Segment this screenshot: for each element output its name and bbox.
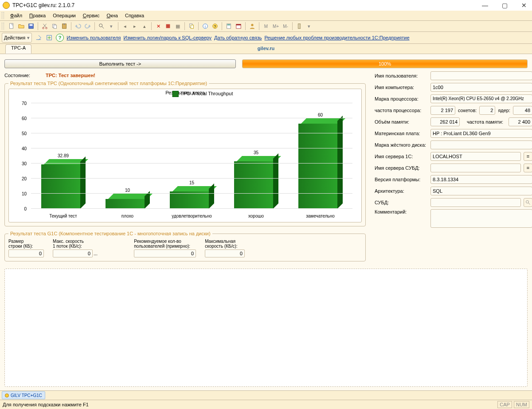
menu-item-4[interactable]: Окна xyxy=(104,12,121,19)
menubar: ФайлПравкаОперацииСервисОкнаСправка xyxy=(0,11,532,21)
svg-point-21 xyxy=(251,24,253,26)
ram-field[interactable]: 262 014 xyxy=(430,117,460,126)
arch-field[interactable]: SQL xyxy=(430,187,532,195)
svg-rect-6 xyxy=(54,25,56,28)
save-icon[interactable] xyxy=(27,22,35,30)
user-icon[interactable] xyxy=(248,22,256,30)
undo-icon[interactable] xyxy=(74,22,82,30)
motherboard-field[interactable]: HP : ProLiant DL360 Gen9 xyxy=(430,129,532,138)
svg-rect-18 xyxy=(227,24,231,26)
find-icon[interactable] xyxy=(98,22,106,30)
window-title: TPC+G1C gilev.ru: 2.1.0.7 xyxy=(12,2,480,8)
maximize-button[interactable]: ▢ xyxy=(499,0,510,10)
tool2-icon[interactable]: ▾ xyxy=(107,22,115,30)
menu-item-2[interactable]: Операции xyxy=(50,12,78,19)
action-icon-2[interactable] xyxy=(45,34,53,42)
close-button[interactable]: ✕ xyxy=(519,0,529,10)
cores-field[interactable]: 48 xyxy=(513,106,532,115)
actions-dropdown[interactable]: Действия▾ xyxy=(2,33,32,43)
svg-rect-2 xyxy=(30,24,33,26)
statusbar: Для получения подсказки нажмите F1 CAP N… xyxy=(0,400,532,409)
tab-tpc-a[interactable]: TPC-A xyxy=(5,44,31,54)
serverdb-eq-button[interactable]: = xyxy=(524,164,532,172)
hdd-field[interactable] xyxy=(430,140,532,149)
paste-icon[interactable] xyxy=(60,22,68,30)
svg-rect-12 xyxy=(191,25,193,28)
taskbar: GILV TPC+G1C xyxy=(0,390,532,400)
action-link-0[interactable]: Изменить пользователя xyxy=(66,35,121,40)
g1c-value-0: 0 xyxy=(8,249,44,257)
calc-icon[interactable] xyxy=(225,22,233,30)
link-right-icon[interactable]: ▸ xyxy=(131,22,139,30)
server1c-eq-button[interactable]: = xyxy=(524,152,532,161)
new-doc-icon[interactable] xyxy=(8,22,16,30)
menu-item-5[interactable]: Справка xyxy=(122,12,147,19)
cap-indicator: CAP xyxy=(497,401,512,408)
platver-field[interactable]: 8.3.18.1334 xyxy=(430,175,532,184)
copy-doc-icon[interactable] xyxy=(188,22,196,30)
m-icon[interactable]: M xyxy=(262,22,270,30)
mplus-icon[interactable]: M+ xyxy=(272,22,280,30)
run-test-button[interactable]: Выполнить тест -> xyxy=(4,59,236,68)
comment-field[interactable] xyxy=(430,209,532,228)
status-hint: Для получения подсказки нажмите F1 xyxy=(3,402,89,407)
mminus-icon[interactable]: M- xyxy=(282,22,289,30)
taskbar-item[interactable]: GILV TPC+G1C xyxy=(2,391,45,399)
username-field[interactable] xyxy=(430,71,532,80)
link-left-icon[interactable]: ◂ xyxy=(121,22,129,30)
server1c-field[interactable]: LOCALHOST xyxy=(430,152,521,161)
stop-icon[interactable] xyxy=(164,22,172,30)
tabstrip: TPC-A gilev.ru xyxy=(0,44,532,54)
g1c-label-2: Рекомендуемое кол-вопользователей (приме… xyxy=(134,239,196,249)
cut-icon[interactable] xyxy=(41,22,49,30)
subd-search-button[interactable] xyxy=(524,198,532,207)
action-link-2[interactable]: Дать обратную связь xyxy=(214,35,262,40)
bottom-panel xyxy=(4,269,528,387)
g1c-value-3: 0 xyxy=(205,249,245,257)
chart: Результаты теста TPC-A-local Throughput … xyxy=(8,89,362,222)
help-round-icon[interactable]: ? xyxy=(56,34,64,42)
progress-bar: 100% xyxy=(242,59,528,68)
chart-legend: TPC-A-local Throughput xyxy=(172,91,233,97)
copy-icon[interactable] xyxy=(51,22,59,30)
toolbar-grip[interactable] xyxy=(2,23,4,30)
grid-icon[interactable]: ▦ xyxy=(174,22,182,30)
menu-item-1[interactable]: Правка xyxy=(27,12,48,19)
serverdb-field[interactable] xyxy=(430,164,521,172)
tpc-result-fieldset: Результат теста TPC (Однопоточный синтет… xyxy=(4,81,366,226)
cancel-icon[interactable]: ✕ xyxy=(154,22,162,30)
subd-field[interactable] xyxy=(430,198,521,207)
ramfreq-field[interactable]: 2 400 xyxy=(509,117,532,126)
svg-rect-0 xyxy=(10,23,13,28)
menu-grip[interactable] xyxy=(2,12,4,19)
menu-item-0[interactable]: Файл xyxy=(8,12,25,19)
action-icon-1[interactable] xyxy=(35,34,43,42)
g1c-value-2: 0 xyxy=(134,249,196,257)
redo-icon[interactable] xyxy=(84,22,92,30)
status-line: Состояние: TPC: Тест завершен! xyxy=(4,73,366,78)
svg-rect-20 xyxy=(236,24,241,26)
cpu-field[interactable]: Intel(R) Xeon(R) CPU E5-2650 v4 @ 2.20GH… xyxy=(430,94,532,103)
link-up-icon[interactable]: ▴ xyxy=(141,22,149,30)
action-link-1[interactable]: Изменить логин/пароль к SQL-серверу xyxy=(124,35,212,40)
info-icon[interactable]: i xyxy=(201,22,209,30)
computer-field[interactable]: 1c00 xyxy=(430,83,532,92)
g1c-result-fieldset: Результат теста G1C (Компонентное тестир… xyxy=(4,231,366,261)
app-icon xyxy=(3,2,10,9)
calendar-icon[interactable] xyxy=(235,22,243,30)
tool-last-icon[interactable] xyxy=(295,22,303,30)
cpufreq-field[interactable]: 2 197 xyxy=(430,106,455,115)
menu-item-3[interactable]: Сервис xyxy=(80,12,102,19)
sockets-field[interactable]: 2 xyxy=(479,106,495,115)
minimize-button[interactable]: — xyxy=(480,0,490,10)
svg-point-9 xyxy=(99,24,102,27)
titlebar: TPC+G1C gilev.ru: 2.1.0.7 — ▢ ✕ xyxy=(0,0,532,11)
num-indicator: NUM xyxy=(514,401,529,408)
open-icon[interactable] xyxy=(17,22,25,30)
svg-rect-10 xyxy=(166,24,170,28)
g1c-value-1: 0 xyxy=(53,249,93,257)
gilev-link[interactable]: gilev.ru xyxy=(258,46,274,51)
action-link-3[interactable]: Решение любых проблем производительности… xyxy=(265,35,410,40)
tool-dropdown-icon[interactable]: ▾ xyxy=(305,22,313,30)
help-icon[interactable]: ? xyxy=(211,22,219,30)
